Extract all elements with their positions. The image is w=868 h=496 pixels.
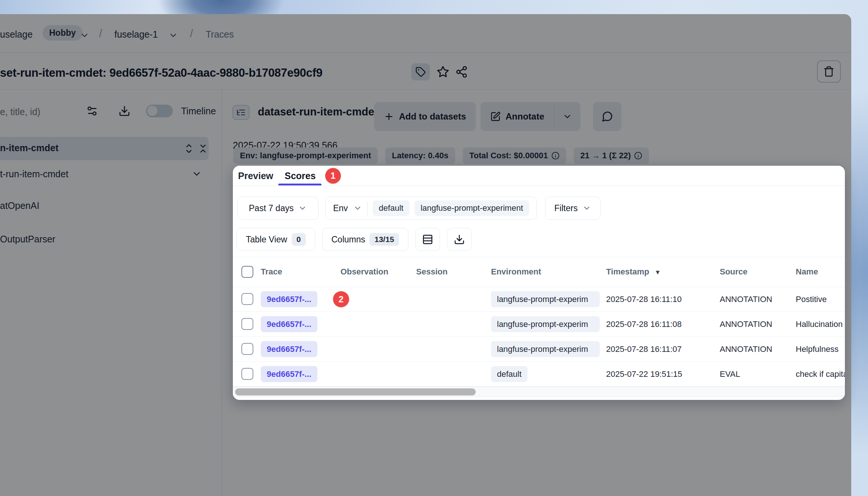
col-header-environment[interactable]: Environment bbox=[491, 257, 541, 287]
cell-timestamp: 2025-07-28 16:11:10 bbox=[606, 287, 682, 312]
row-height-button[interactable] bbox=[415, 228, 440, 251]
chevron-down-icon bbox=[582, 204, 591, 213]
col-header-name[interactable]: Name bbox=[796, 257, 818, 287]
rows-icon bbox=[422, 234, 433, 245]
download-icon bbox=[454, 234, 465, 245]
tab-scores[interactable]: Scores bbox=[285, 171, 316, 181]
environment-pill: langfuse-prompt-experim bbox=[491, 316, 600, 332]
chevron-down-icon bbox=[353, 204, 362, 213]
scrollbar-thumb[interactable] bbox=[235, 388, 476, 395]
row-checkbox[interactable] bbox=[241, 293, 253, 305]
cell-source: EVAL bbox=[720, 362, 740, 387]
step-marker-2: 2 bbox=[333, 291, 349, 307]
cell-timestamp: 2025-07-28 16:11:07 bbox=[606, 337, 682, 362]
step-marker-1: 1 bbox=[325, 168, 341, 184]
table-row[interactable]: 9ed6657f-... 2 langfuse-prompt-experim 2… bbox=[233, 287, 845, 312]
columns-button[interactable]: Columns 13/15 bbox=[322, 228, 408, 251]
cell-source: ANNOTATION bbox=[720, 337, 772, 362]
cell-name: check if capital bbox=[796, 362, 845, 387]
cell-name: Helpfulness bbox=[796, 337, 839, 362]
filters-label: Filters bbox=[554, 203, 578, 213]
sort-desc-icon: ▼ bbox=[655, 269, 661, 276]
env-filter-button[interactable]: Env default langfuse-prompt-experiment bbox=[325, 197, 537, 220]
table-row[interactable]: 9ed6657f-... langfuse-prompt-experim 202… bbox=[233, 312, 845, 337]
cell-source: ANNOTATION bbox=[720, 287, 772, 312]
table-view-button[interactable]: Table View 0 bbox=[237, 228, 315, 251]
tabs-divider bbox=[233, 185, 845, 186]
export-button[interactable] bbox=[447, 228, 472, 251]
trace-id-pill[interactable]: 9ed6657f-... bbox=[261, 341, 317, 357]
env-chip-experiment: langfuse-prompt-experiment bbox=[415, 200, 529, 216]
cell-source: ANNOTATION bbox=[720, 312, 772, 337]
columns-count: 13/15 bbox=[370, 233, 399, 246]
date-range-button[interactable]: Past 7 days bbox=[237, 197, 319, 220]
table-row[interactable]: 9ed6657f-... langfuse-prompt-experim 202… bbox=[233, 337, 845, 362]
col-header-source[interactable]: Source bbox=[720, 257, 748, 287]
col-header-session[interactable]: Session bbox=[416, 257, 447, 287]
table-header-row: Trace Observation Session Environment Ti… bbox=[233, 257, 845, 287]
table-view-label: Table View bbox=[246, 235, 287, 245]
columns-label: Columns bbox=[332, 235, 365, 245]
divider bbox=[367, 201, 368, 215]
trace-id-pill[interactable]: 9ed6657f-... bbox=[261, 291, 317, 307]
row-checkbox[interactable] bbox=[241, 343, 253, 355]
table-view-count: 0 bbox=[292, 233, 306, 246]
cell-timestamp: 2025-07-28 16:11:08 bbox=[606, 312, 682, 337]
table-row[interactable]: 9ed6657f-... default 2025-07-22 19:51:15… bbox=[233, 362, 845, 387]
filter-toolbar: Past 7 days Env default langfuse-prompt-… bbox=[237, 197, 601, 220]
view-toolbar: Table View 0 Columns 13/15 bbox=[237, 228, 472, 251]
environment-pill: default bbox=[491, 366, 528, 382]
cell-name: Hallucination bbox=[796, 312, 843, 337]
chevron-down-icon bbox=[298, 204, 307, 213]
environment-pill: langfuse-prompt-experim bbox=[491, 291, 600, 307]
row-checkbox[interactable] bbox=[241, 318, 253, 330]
tab-preview[interactable]: Preview bbox=[238, 171, 273, 181]
horizontal-scrollbar[interactable] bbox=[233, 387, 845, 397]
trace-id-pill[interactable]: 9ed6657f-... bbox=[261, 366, 317, 382]
cell-name: Postitive bbox=[796, 287, 827, 312]
col-header-observation[interactable]: Observation bbox=[340, 257, 388, 287]
date-range-label: Past 7 days bbox=[249, 203, 294, 213]
env-filter-label: Env bbox=[333, 203, 348, 213]
col-header-timestamp[interactable]: Timestamp ▼ bbox=[606, 257, 661, 287]
env-chip-default: default bbox=[373, 200, 409, 216]
trace-id-pill[interactable]: 9ed6657f-... bbox=[261, 316, 317, 332]
row-checkbox[interactable] bbox=[241, 368, 253, 380]
select-all-checkbox[interactable] bbox=[241, 266, 253, 278]
timestamp-header-label: Timestamp bbox=[606, 267, 649, 276]
cell-timestamp: 2025-07-22 19:51:15 bbox=[606, 362, 682, 387]
col-header-trace[interactable]: Trace bbox=[261, 257, 282, 287]
scores-panel: Preview Scores 1 Past 7 days Env default… bbox=[233, 166, 845, 400]
environment-pill: langfuse-prompt-experim bbox=[491, 341, 600, 357]
filters-button[interactable]: Filters bbox=[545, 197, 601, 220]
